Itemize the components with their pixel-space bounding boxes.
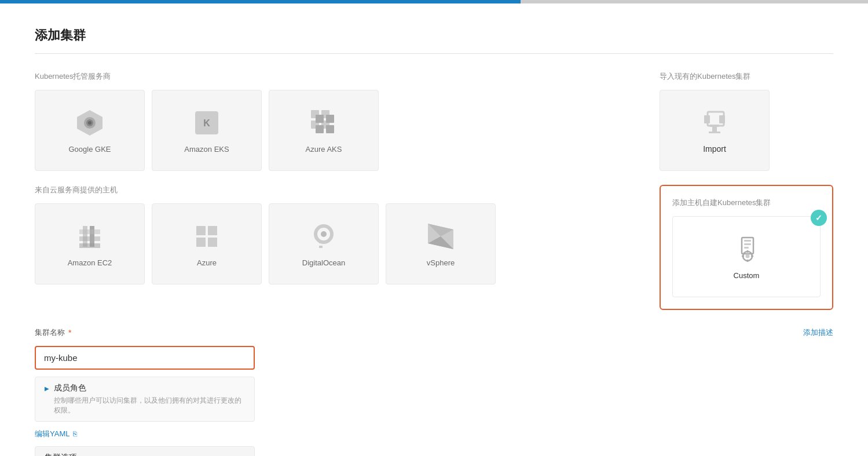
cluster-options-label: 集群选项: [45, 453, 77, 456]
svg-text:K: K: [203, 118, 210, 128]
edit-yaml-link[interactable]: 编辑YAML ⎘: [35, 429, 255, 439]
cloud-provider-grid: Amazon EC2 Azure: [35, 203, 636, 284]
custom-label: Custom: [734, 271, 760, 280]
custom-icon: [731, 234, 761, 264]
svg-rect-17: [79, 236, 100, 241]
cloud-section-label: 来自云服务商提供的主机: [35, 185, 636, 195]
svg-rect-12: [316, 125, 324, 133]
svg-rect-31: [704, 115, 710, 123]
cluster-name-label-row: 集群名称 *: [35, 327, 71, 338]
svg-rect-39: [744, 247, 749, 249]
member-roles-desc: 控制哪些用户可以访问集群，以及他们拥有的对其进行更改的权限。: [54, 396, 245, 415]
svg-point-3: [88, 121, 91, 125]
vsphere-icon: [426, 221, 456, 251]
svg-rect-16: [79, 229, 100, 234]
right-section: 导入现有的Kubernetes集群 Import 添加主机自建Kubernete…: [660, 71, 833, 310]
ec2-label: Amazon EC2: [68, 258, 112, 267]
member-roles-arrow-icon: ▶: [45, 385, 49, 392]
member-roles-header: ▶ 成员角色: [45, 383, 245, 393]
svg-rect-32: [719, 115, 725, 123]
do-label: DigitalOcean: [302, 258, 345, 267]
azure-icon: [192, 221, 222, 251]
provider-card-vsphere[interactable]: vSphere: [386, 203, 496, 284]
cluster-options-bar: 集群选项: [35, 446, 255, 456]
required-marker: *: [68, 328, 71, 337]
azure-label: Azure: [197, 258, 217, 267]
svg-rect-19: [196, 226, 206, 235]
do-icon: [309, 221, 339, 251]
import-icon: [699, 107, 730, 137]
self-build-panel: 添加主机自建Kubernetes集群 ✓: [660, 185, 833, 310]
svg-point-24: [321, 231, 327, 237]
managed-section-label: Kubernetes托管服务商: [35, 71, 636, 82]
member-roles-title: 成员角色: [54, 383, 86, 393]
svg-point-41: [746, 254, 750, 258]
provider-card-azure[interactable]: Azure: [152, 203, 262, 284]
page-divider: [35, 53, 833, 54]
yaml-link-label: 编辑YAML: [35, 429, 69, 439]
provider-card-ec2[interactable]: Amazon EC2: [35, 203, 145, 284]
svg-rect-26: [319, 246, 323, 248]
provider-card-gke[interactable]: Google GKE: [35, 90, 145, 171]
svg-rect-45: [751, 255, 753, 257]
left-section: Kubernetes托管服务商 Google GKE: [35, 71, 636, 298]
vsphere-label: vSphere: [427, 258, 455, 267]
ec2-icon: [75, 221, 105, 251]
svg-rect-43: [747, 260, 749, 262]
svg-rect-44: [742, 255, 744, 257]
aks-label: Azure AKS: [306, 145, 342, 154]
svg-rect-42: [747, 250, 749, 253]
provider-card-aks[interactable]: Azure AKS: [269, 90, 379, 171]
add-description-link[interactable]: 添加描述: [803, 327, 833, 338]
custom-card[interactable]: ✓ Custom: [672, 216, 821, 297]
copy-icon: ⎘: [73, 430, 77, 438]
selected-checkmark: ✓: [811, 210, 827, 226]
svg-rect-13: [326, 125, 334, 133]
member-roles-section: ▶ 成员角色 控制哪些用户可以访问集群，以及他们拥有的对其进行更改的权限。: [35, 377, 255, 422]
svg-rect-38: [744, 243, 751, 245]
cluster-name-input[interactable]: [38, 348, 251, 367]
import-section-label: 导入现有的Kubernetes集群: [660, 71, 833, 82]
page-title: 添加集群: [35, 27, 833, 44]
cluster-name-label: 集群名称: [35, 327, 65, 338]
svg-rect-35: [709, 132, 720, 133]
import-label: Import: [703, 144, 726, 154]
eks-label: Amazon EKS: [184, 145, 229, 154]
svg-rect-10: [316, 115, 324, 123]
cluster-name-input-wrap: [35, 346, 255, 370]
provider-card-eks[interactable]: K Amazon EKS: [152, 90, 262, 171]
gke-label: Google GKE: [69, 145, 111, 154]
svg-rect-25: [319, 241, 324, 243]
svg-rect-22: [208, 238, 217, 247]
aks-icon: [309, 108, 339, 138]
cluster-form: 集群名称 * 添加描述 ▶ 成员角色 控制哪些用户可以访问集群，以及他们拥有的对…: [35, 327, 833, 456]
svg-rect-20: [208, 226, 217, 235]
self-build-title: 添加主机自建Kubernetes集群: [672, 198, 821, 208]
svg-rect-11: [326, 115, 334, 123]
svg-rect-33: [710, 125, 719, 127]
managed-provider-grid: Google GKE K Amazon EKS: [35, 90, 636, 171]
svg-rect-37: [744, 240, 751, 242]
eks-icon: K: [192, 108, 222, 138]
provider-card-do[interactable]: DigitalOcean: [269, 203, 379, 284]
svg-rect-34: [712, 127, 717, 132]
svg-rect-18: [79, 243, 100, 248]
gke-icon: [75, 108, 105, 138]
svg-rect-21: [196, 238, 206, 247]
import-card[interactable]: Import: [660, 90, 770, 171]
